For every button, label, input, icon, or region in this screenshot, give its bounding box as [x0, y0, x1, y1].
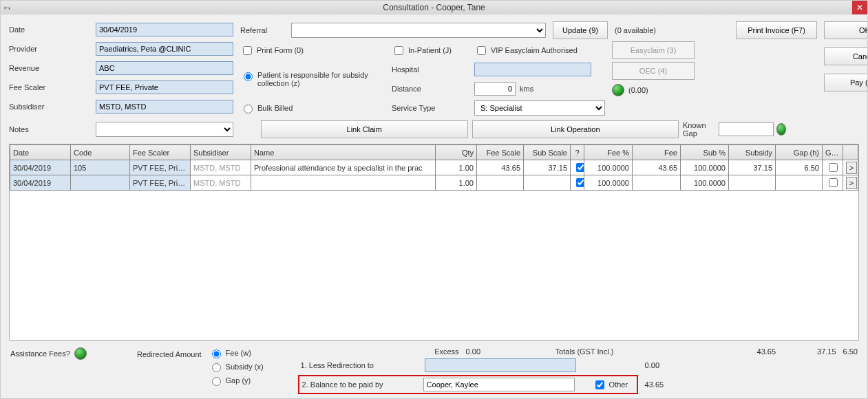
print-form-checkbox[interactable] — [243, 46, 252, 55]
cell-sub-scale[interactable]: 37.15 — [524, 160, 571, 175]
revenue-field[interactable] — [96, 61, 233, 75]
balance-payee-field[interactable] — [423, 378, 575, 391]
bulk-billed-radio[interactable]: Bulk Billed — [240, 103, 385, 114]
referral-select[interactable] — [291, 23, 546, 38]
subsidiser-field[interactable] — [96, 100, 233, 114]
col-fee[interactable]: Fee — [633, 145, 681, 160]
pay-button[interactable]: Pay (F6) — [824, 74, 867, 91]
service-type-label: Service Type — [392, 104, 467, 112]
fee-scaler-field[interactable] — [96, 80, 233, 94]
other-checkbox[interactable] — [595, 380, 604, 389]
col-sub-scale[interactable]: Sub Scale — [524, 145, 571, 160]
cell-qty[interactable]: 1.00 — [436, 175, 477, 191]
col-subsidy[interactable]: Subsidy — [729, 145, 776, 160]
revenue-label: Revenue — [9, 64, 92, 72]
link-operation-button[interactable]: Link Operation — [472, 120, 679, 138]
col-fee-scaler[interactable]: Fee Scaler — [130, 145, 191, 160]
print-invoice-button[interactable]: Print Invoice (F7) — [736, 21, 817, 39]
cell-gap[interactable]: 6.50 — [776, 160, 823, 175]
cell-subsidiser: MSTD, MSTD — [191, 175, 251, 191]
easyclaim-button: Easyclaim (3) — [612, 41, 695, 59]
subsidy-x-radio[interactable]: Subsidy (x) — [209, 361, 264, 372]
patient-resp-radio-input[interactable] — [244, 72, 253, 81]
col-q[interactable]: ? — [571, 145, 584, 160]
cell-subsidy[interactable] — [729, 175, 776, 191]
redirection-amount: 0.00 — [645, 361, 700, 369]
in-patient-checkbox[interactable] — [394, 46, 403, 55]
table-row[interactable]: 30/04/2019105PVT FEE, PrivateMSTD, MSTDP… — [10, 160, 858, 175]
bulk-billed-radio-input[interactable] — [244, 105, 253, 114]
consultation-window: 🗝 Consultation - Cooper, Tane ✕ Date Pro… — [0, 0, 868, 399]
cell-sub-pct[interactable]: 100.0000 — [681, 160, 729, 175]
date-field[interactable] — [96, 23, 233, 36]
col-qty[interactable]: Qty — [436, 145, 477, 160]
cell-q[interactable] — [571, 160, 584, 175]
cell-fee-pct[interactable]: 100.0000 — [584, 160, 633, 175]
cell-fee-pct[interactable]: 100.0000 — [584, 175, 633, 191]
known-gap-field[interactable] — [719, 122, 774, 136]
hospital-label: Hospital — [392, 65, 467, 74]
line-items-table: Date Code Fee Scaler Subsidiser Name Qty… — [9, 144, 859, 341]
cell-q[interactable] — [571, 175, 584, 191]
totals-label: Totals (GST Incl.) — [555, 347, 611, 356]
cell-fee[interactable] — [633, 175, 681, 191]
cell-sub-scale[interactable] — [524, 175, 571, 191]
table-row[interactable]: 30/04/2019PVT FEE, PrivateMSTD, MSTD1.00… — [10, 175, 858, 191]
distance-field[interactable] — [474, 82, 516, 96]
cell-gst[interactable] — [823, 160, 843, 175]
close-button[interactable]: ✕ — [852, 1, 867, 14]
vip-checkbox[interactable] — [477, 46, 486, 55]
cell-gst[interactable] — [823, 175, 843, 191]
other-check[interactable]: Other — [593, 378, 634, 391]
cell-fee-scaler[interactable]: PVT FEE, Private — [130, 160, 191, 175]
col-fee-pct[interactable]: Fee % — [584, 145, 633, 160]
cell-fee-scale[interactable]: 43.65 — [477, 160, 524, 175]
cell-gap[interactable] — [776, 175, 823, 191]
service-type-select[interactable]: S: Specialist — [474, 100, 605, 116]
patient-resp-radio[interactable]: Patient is responsible for subsidy colle… — [240, 71, 385, 87]
provider-field[interactable] — [96, 42, 233, 56]
update-button[interactable]: Update (9) — [553, 21, 608, 39]
print-form-check[interactable]: Print Form (0) — [240, 44, 385, 57]
cell-date[interactable]: 30/04/2019 — [10, 175, 71, 191]
col-sub-pct[interactable]: Sub % — [681, 145, 729, 160]
fee-w-radio[interactable]: Fee (w) — [209, 347, 264, 358]
known-gap-icon[interactable] — [776, 123, 786, 136]
cell-fee-scale[interactable] — [477, 175, 524, 191]
notes-select[interactable] — [96, 122, 233, 137]
titlebar: 🗝 Consultation - Cooper, Tane ✕ — [1, 1, 867, 14]
col-fee-scale[interactable]: Fee Scale — [477, 145, 524, 160]
cancel-button[interactable]: Cancel — [824, 47, 867, 65]
cell-sub-pct[interactable]: 100.0000 — [681, 175, 729, 191]
vip-check[interactable]: VIP Easyclaim Authorised — [474, 44, 605, 57]
referral-label: Referral — [240, 26, 284, 34]
col-gap[interactable]: Gap (h) — [776, 145, 823, 160]
cell-date[interactable]: 30/04/2019 — [10, 160, 71, 175]
col-date[interactable]: Date — [10, 145, 71, 160]
row-expand-button[interactable]: > — [846, 162, 857, 174]
link-claim-button[interactable]: Link Claim — [261, 120, 468, 138]
in-patient-check[interactable]: In-Patient (J) — [392, 44, 467, 57]
col-gst[interactable]: GST — [823, 145, 843, 160]
cell-code[interactable]: 105 — [71, 160, 130, 175]
balance-label: 2. Balance to be paid by — [302, 380, 419, 389]
assistance-fees-icon[interactable] — [74, 347, 87, 360]
cell-subsidy[interactable]: 37.15 — [729, 160, 776, 175]
hospital-field[interactable] — [474, 63, 591, 76]
redirection-to-field[interactable] — [425, 358, 576, 372]
cell-fee-scaler[interactable]: PVT FEE, Private — [130, 175, 191, 191]
cell-name[interactable] — [251, 175, 436, 191]
row-expand-button[interactable]: > — [846, 177, 857, 189]
col-subsidiser[interactable]: Subsidiser — [191, 145, 251, 160]
cell-fee[interactable]: 43.65 — [633, 160, 681, 175]
cell-qty[interactable]: 1.00 — [436, 160, 477, 175]
gap-y-radio[interactable]: Gap (y) — [209, 375, 264, 386]
cell-code[interactable] — [71, 175, 130, 191]
redirected-label: Redirected Amount — [137, 350, 202, 386]
col-name[interactable]: Name — [251, 145, 436, 160]
ok-button[interactable]: OK — [824, 21, 867, 39]
assistance-icon[interactable] — [612, 84, 624, 96]
col-code[interactable]: Code — [71, 145, 130, 160]
fee-scaler-label: Fee Scaler — [9, 83, 92, 91]
cell-name[interactable]: Professional attendance by a specialist … — [251, 160, 436, 175]
